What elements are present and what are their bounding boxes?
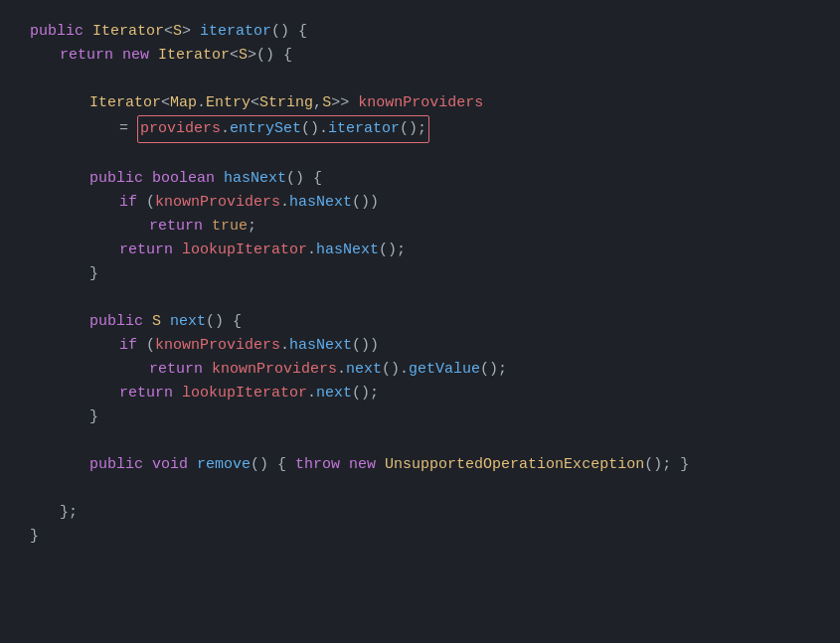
var-knownproviders4: knownProviders xyxy=(212,358,337,382)
method-entryset: entrySet xyxy=(230,120,301,137)
type-s4: S xyxy=(152,310,170,334)
punct-lt: < xyxy=(164,20,173,44)
code-line-19: public void remove() { throw new Unsuppo… xyxy=(30,453,810,477)
keyword-throw: throw xyxy=(295,453,349,477)
literal-true: true xyxy=(212,215,248,239)
code-line-7: public boolean hasNext() { xyxy=(30,167,810,191)
type-entry: Entry xyxy=(206,91,251,115)
punct-gt2: >() { xyxy=(248,44,292,68)
punct-lt2: < xyxy=(230,44,239,68)
method-remove: remove xyxy=(197,453,251,477)
code-line-11: } xyxy=(30,262,810,286)
code-line-17: } xyxy=(30,405,810,429)
keyword-return3: return xyxy=(119,239,182,262)
code-line-8: if (knownProviders.hasNext()) xyxy=(30,191,810,215)
type-iterator3: Iterator xyxy=(89,91,161,115)
keyword-boolean: boolean xyxy=(152,167,224,191)
keyword-public: public xyxy=(30,20,92,44)
code-line-5: = providers.entrySet().iterator(); xyxy=(30,115,810,143)
code-line-14: if (knownProviders.hasNext()) xyxy=(30,334,810,358)
keyword-return2: return xyxy=(149,215,212,239)
method-next: next xyxy=(170,310,206,334)
var-knownproviders: knownProviders xyxy=(358,91,483,115)
type-s3: S xyxy=(322,91,331,115)
highlight-box: providers.entrySet().iterator(); xyxy=(137,115,429,143)
type-exception: UnsupportedOperationException xyxy=(385,453,644,477)
var-providers: providers xyxy=(140,120,221,137)
keyword-new: new xyxy=(122,44,158,68)
punct-gt: > xyxy=(182,20,200,44)
type-map: Map xyxy=(170,91,197,115)
code-line-2: return new Iterator<S>() { xyxy=(30,44,810,68)
empty-line-3 xyxy=(30,68,810,91)
method-next2: next xyxy=(346,358,382,382)
keyword-public4: public xyxy=(89,453,152,477)
keyword-public3: public xyxy=(89,310,152,334)
method-next3: next xyxy=(316,382,352,405)
var-knownproviders2: knownProviders xyxy=(155,191,280,215)
type-s2: S xyxy=(239,44,248,68)
code-line-9: return true; xyxy=(30,215,810,239)
method-iterator2: iterator xyxy=(328,120,400,137)
code-line-1: public Iterator<S> iterator() { xyxy=(30,20,810,44)
keyword-void: void xyxy=(152,453,197,477)
code-line-10: return lookupIterator.hasNext(); xyxy=(30,239,810,262)
var-lookupiterator2: lookupIterator xyxy=(182,382,307,405)
method-hasnext4: hasNext xyxy=(289,334,352,358)
type-iterator2: Iterator xyxy=(158,44,230,68)
punct-paren: () { xyxy=(271,20,307,44)
keyword-public2: public xyxy=(89,167,152,191)
empty-line-20 xyxy=(30,477,810,501)
code-line-4: Iterator<Map.Entry<String,S>> knownProvi… xyxy=(30,91,810,115)
type-s: S xyxy=(173,20,182,44)
code-line-15: return knownProviders.next().getValue(); xyxy=(30,358,810,382)
type-string: String xyxy=(259,91,313,115)
keyword-if: if xyxy=(119,191,146,215)
keyword-return5: return xyxy=(119,382,182,405)
var-lookupiterator: lookupIterator xyxy=(182,239,307,262)
type-iterator: Iterator xyxy=(92,20,164,44)
keyword-if2: if xyxy=(119,334,146,358)
code-line-16: return lookupIterator.next(); xyxy=(30,382,810,405)
keyword-return: return xyxy=(60,44,122,68)
method-hasnext2: hasNext xyxy=(289,191,352,215)
code-viewer: public Iterator<S> iterator() { return n… xyxy=(0,0,840,643)
keyword-return4: return xyxy=(149,358,212,382)
code-line-13: public S next() { xyxy=(30,310,810,334)
empty-line-6 xyxy=(30,143,810,167)
empty-line-18 xyxy=(30,429,810,453)
keyword-new2: new xyxy=(349,453,385,477)
code-line-21: }; xyxy=(30,501,810,525)
empty-line-12 xyxy=(30,286,810,310)
code-line-22: } xyxy=(30,525,810,549)
method-hasnext: hasNext xyxy=(224,167,286,191)
var-knownproviders3: knownProviders xyxy=(155,334,280,358)
method-iterator: iterator xyxy=(200,20,271,44)
method-hasnext3: hasNext xyxy=(316,239,379,262)
method-getvalue: getValue xyxy=(409,358,480,382)
